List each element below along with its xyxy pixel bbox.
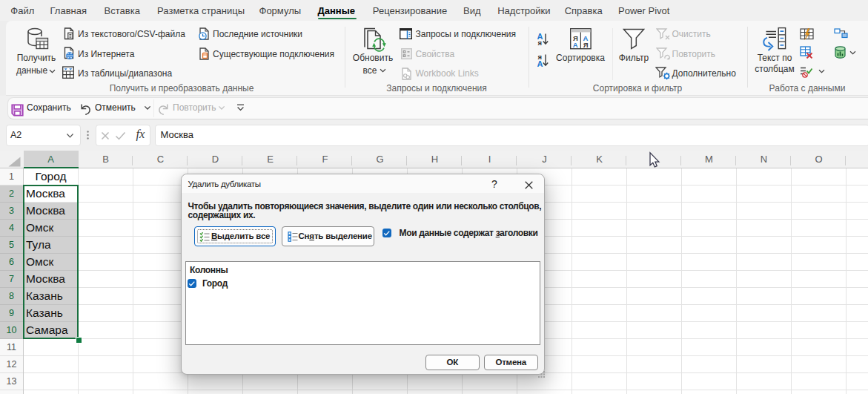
svg-text:я: я xyxy=(538,39,543,46)
svg-text:А: А xyxy=(537,59,543,68)
svg-text:А: А xyxy=(573,41,578,49)
svg-text:Я: Я xyxy=(583,41,589,49)
